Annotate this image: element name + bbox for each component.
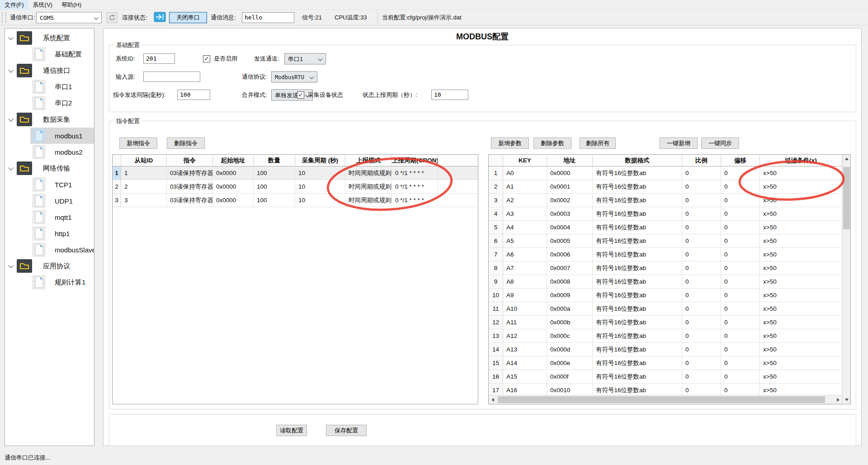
scroll-up-icon[interactable] bbox=[843, 155, 850, 163]
tree-item-basic-config[interactable]: 基础配置 bbox=[5, 46, 94, 62]
cell: 0 bbox=[682, 248, 721, 261]
tree-item-rule-calc-1[interactable]: 规则计算1 bbox=[5, 274, 94, 290]
tree-item-data-collection[interactable]: 数据采集 bbox=[5, 111, 94, 128]
comm-message-input[interactable] bbox=[242, 12, 294, 23]
tree-item-app-protocol[interactable]: 应用协议 bbox=[5, 258, 94, 274]
column-header[interactable]: 比例 bbox=[682, 155, 721, 166]
cell: 0x000b bbox=[547, 316, 593, 329]
tree-item-serial-port-1[interactable]: 串口1 bbox=[5, 79, 94, 95]
cell: 0x000e bbox=[547, 356, 593, 370]
merge-mode-select[interactable]: 单独发送 bbox=[271, 90, 313, 101]
protocol-select[interactable]: ModbusRTU bbox=[271, 71, 317, 83]
column-header[interactable]: 地址 bbox=[547, 155, 593, 166]
cell: 0 bbox=[721, 289, 760, 302]
column-header[interactable]: KEY bbox=[503, 155, 547, 166]
tree-item-comm-interface[interactable]: 通信接口 bbox=[5, 62, 94, 79]
table-row[interactable]: 14A130x000d有符号16位整数ab00x>50 bbox=[489, 343, 842, 356]
column-header[interactable]: 过滤条件(x) bbox=[760, 155, 842, 166]
tree-item-modbus2[interactable]: modbus2 bbox=[5, 144, 94, 160]
table-row[interactable]: 3303读保持寄存器0x000010010时间周期或规则0 */1 * * * … bbox=[113, 194, 478, 207]
send-channel-select[interactable]: 串口1 bbox=[284, 53, 326, 65]
table-row[interactable]: 5A40x0004有符号16位整数ab00x>50 bbox=[489, 221, 842, 234]
save-config-button[interactable]: 保存配置 bbox=[326, 425, 367, 436]
tree-item-system-config[interactable]: 系统配置 bbox=[5, 30, 94, 46]
tree-item-mqtt1[interactable]: mqtt1 bbox=[5, 209, 94, 225]
table-row[interactable]: 16A150x000f有符号16位整数ab00x>50 bbox=[489, 370, 842, 384]
menu-help[interactable]: 帮助(H) bbox=[57, 0, 86, 10]
system-id-input[interactable] bbox=[143, 53, 175, 64]
column-header[interactable]: 上报周期(CRON) bbox=[392, 155, 438, 166]
column-header[interactable]: 指令 bbox=[167, 155, 213, 166]
cell: 0 bbox=[682, 275, 721, 289]
horizontal-scroll-thumb[interactable] bbox=[498, 396, 825, 403]
refresh-button[interactable] bbox=[107, 12, 118, 23]
tree-item-modbus-slave-1[interactable]: modbusSlave1 bbox=[5, 242, 94, 258]
table-row[interactable]: 9A80x0008有符号16位整数ab00x>50 bbox=[489, 275, 842, 289]
table-row[interactable]: 1103读保持寄存器0x000010010时间周期或规则0 */1 * * * … bbox=[113, 166, 478, 180]
param-table[interactable]: KEY地址数据格式比例偏移过滤条件(x)1A00x0000有符号16位整数ab0… bbox=[488, 154, 851, 404]
collect-status-label: 采集设备状态 bbox=[308, 90, 343, 100]
delete-command-button[interactable]: 删除指令 bbox=[167, 138, 205, 149]
delete-param-button[interactable]: 删除参数 bbox=[533, 138, 571, 149]
column-header[interactable]: 从站ID bbox=[121, 155, 167, 166]
basic-group-label: 基础配置 bbox=[114, 41, 142, 49]
port-select[interactable]: COM5 bbox=[36, 12, 102, 23]
column-header[interactable]: 上报模式 bbox=[345, 155, 392, 166]
column-header[interactable]: 起始地址 bbox=[213, 155, 254, 166]
add-param-button[interactable]: 新增参数 bbox=[491, 138, 529, 149]
delete-all-button[interactable]: 删除所有 bbox=[580, 138, 616, 149]
table-row[interactable]: 7A60x0006有符号16位整数ab00x>50 bbox=[489, 248, 842, 261]
collect-status-checkbox[interactable] bbox=[297, 91, 304, 99]
tree-item-tcp1[interactable]: TCP1 bbox=[5, 176, 94, 193]
menu-system[interactable]: 系统(V) bbox=[28, 0, 57, 10]
status-period-input[interactable] bbox=[431, 90, 468, 100]
column-header[interactable]: 数量 bbox=[254, 155, 295, 166]
cell: 10 bbox=[295, 194, 345, 207]
tree-item-udp1[interactable]: UDP1 bbox=[5, 193, 94, 209]
table-row[interactable]: 1A00x0000有符号16位整数ab00x>50 bbox=[489, 166, 842, 180]
send-interval-input[interactable] bbox=[177, 90, 210, 100]
tree-item-serial-port-2[interactable]: 串口2 bbox=[5, 95, 94, 111]
add-command-button[interactable]: 新增指令 bbox=[119, 138, 157, 149]
menu-file[interactable]: 文件(F) bbox=[0, 0, 28, 10]
cell: 时间周期或规则 bbox=[345, 166, 392, 180]
command-table[interactable]: 从站ID指令起始地址数量采集周期 (秒)上报模式上报周期(CRON)1103读保… bbox=[112, 154, 478, 404]
table-row[interactable]: 11A100x000a有符号16位整数ab00x>50 bbox=[489, 302, 842, 316]
close-serial-button[interactable]: 关闭串口 bbox=[169, 12, 207, 23]
cell bbox=[438, 194, 478, 207]
scroll-right-icon[interactable] bbox=[834, 395, 842, 404]
tree-item-network-transfer[interactable]: 网络传输 bbox=[5, 160, 94, 176]
vertical-scrollbar[interactable] bbox=[842, 155, 850, 404]
table-row[interactable]: 8A70x0007有符号16位整数ab00x>50 bbox=[489, 261, 842, 275]
param-table-grid: KEY地址数据格式比例偏移过滤条件(x)1A00x0000有符号16位整数ab0… bbox=[489, 155, 842, 395]
toolbar-separator bbox=[377, 12, 378, 24]
table-row[interactable]: 12A110x000b有符号16位整数ab00x>50 bbox=[489, 316, 842, 329]
table-row[interactable]: 15A140x000e有符号16位整数ab00x>50 bbox=[489, 356, 842, 370]
one-key-sync-button[interactable]: 一键同步 bbox=[701, 138, 739, 149]
tree-item-modbus1[interactable]: modbus1 bbox=[5, 128, 94, 144]
tree-item-http1[interactable]: http1 bbox=[5, 225, 94, 242]
table-row[interactable]: 4A30x0003有符号16位整数ab00x>50 bbox=[489, 207, 842, 221]
scroll-left-icon[interactable] bbox=[489, 395, 497, 404]
row-header-cell bbox=[113, 155, 121, 166]
cell bbox=[438, 180, 478, 194]
cell: 100 bbox=[254, 180, 295, 194]
enable-checkbox[interactable] bbox=[203, 55, 210, 62]
read-config-button[interactable]: 读取配置 bbox=[276, 425, 307, 436]
input-source-input[interactable] bbox=[143, 71, 200, 82]
table-row[interactable]: 2203读保持寄存器0x000010010时间周期或规则0 */1 * * * … bbox=[113, 180, 478, 194]
table-row[interactable]: 2A10x0001有符号16位整数ab00x>50 bbox=[489, 180, 842, 194]
column-header[interactable]: 偏移 bbox=[721, 155, 760, 166]
column-header[interactable]: 采集周期 (秒) bbox=[295, 155, 345, 166]
table-row[interactable]: 17A160x0010有符号16位整数ab00x>50 bbox=[489, 384, 842, 395]
scroll-down-icon[interactable] bbox=[843, 396, 850, 404]
vertical-scroll-thumb[interactable] bbox=[843, 167, 850, 229]
table-row[interactable]: 10A90x0009有符号16位整数ab00x>50 bbox=[489, 289, 842, 302]
footer-group: 读取配置保存配置 bbox=[109, 414, 856, 446]
column-header[interactable]: 数据格式 bbox=[593, 155, 682, 166]
table-row[interactable]: 6A50x0005有符号16位整数ab00x>50 bbox=[489, 234, 842, 248]
table-row[interactable]: 13A120x000c有符号16位整数ab00x>50 bbox=[489, 329, 842, 343]
one-key-add-button[interactable]: 一键新增 bbox=[660, 138, 698, 149]
table-row[interactable]: 3A20x0002有符号16位整数ab00x>50 bbox=[489, 194, 842, 207]
horizontal-scrollbar[interactable] bbox=[489, 395, 842, 404]
